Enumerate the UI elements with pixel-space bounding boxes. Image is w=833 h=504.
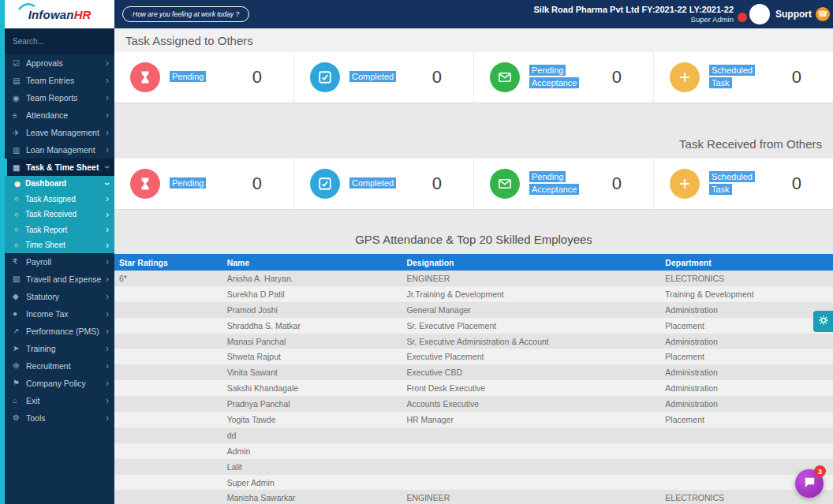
statutory-icon: ◆ — [13, 292, 26, 301]
submenu-item-task-received[interactable]: ○ Task Received › — [5, 207, 114, 222]
table-row[interactable]: Admin — [114, 443, 833, 459]
avatar[interactable] — [749, 4, 770, 24]
app-logo[interactable]: InfowanHR — [5, 0, 114, 28]
chevron-right-icon: › — [106, 361, 109, 371]
table-row[interactable]: Shraddha S. MatkarSr. Executive Placemen… — [114, 318, 833, 334]
stat-pending-acceptance[interactable]: Pending Acceptance 0 — [473, 52, 653, 103]
submenu-item-time-sheet[interactable]: ○ Time Sheet › — [5, 237, 114, 253]
stat-label: Scheduled Task — [709, 171, 766, 196]
sidebar-item-company-policy[interactable]: ⚑ Company Policy › — [5, 375, 114, 392]
sidebar-item-loan-management[interactable]: ▥ Loan Management › — [5, 141, 114, 159]
sidebar-item-label: Recruitment — [26, 361, 106, 371]
table-row[interactable]: Vinita SawantExecutive CBDAdministration — [114, 364, 833, 380]
table-cell — [114, 427, 222, 443]
stat-scheduled-task[interactable]: Scheduled Task 0 — [653, 159, 833, 209]
chevron-right-icon: › — [106, 274, 109, 284]
sidebar-item-statutory[interactable]: ◆ Statutory › — [5, 288, 114, 305]
table-cell: Manisha Sawarkar — [222, 490, 402, 504]
stat-completed[interactable]: Completed 0 — [293, 159, 473, 209]
approvals-icon: ☑ — [13, 59, 26, 68]
table-row[interactable]: Pradnya PanchalAccounts ExecutiveAdminis… — [114, 396, 833, 412]
submenu-item-dashboard[interactable]: ◉ Dashboard › — [5, 176, 114, 192]
chevron-right-icon: › — [106, 309, 109, 319]
stat-label: Scheduled Task — [709, 65, 766, 90]
sidebar-item-label: Approvals — [26, 58, 106, 68]
notification-dot[interactable] — [738, 13, 747, 22]
table-cell: Anisha A. Haryan. — [222, 271, 402, 286]
table-row[interactable]: Lalit — [114, 459, 833, 475]
sidebar-item-leave-management[interactable]: ✈ Leave Management › — [5, 124, 114, 141]
settings-fab[interactable] — [813, 311, 833, 332]
table-row[interactable]: Sakshi KhandagaleFront Desk ExecutiveAdm… — [114, 380, 833, 396]
table-row[interactable]: Pramod JoshiGeneral ManagerAdministratio… — [114, 302, 833, 318]
sidebar-item-recruitment[interactable]: ⊕ Recruitment › — [5, 357, 114, 375]
table-row[interactable]: Manasi PanchalSr. Executive Administrati… — [114, 334, 833, 349]
submenu-item-task-assigned[interactable]: ○ Task Assigned › — [5, 192, 114, 207]
table-cell: Pramod Joshi — [222, 302, 402, 318]
sidebar-item-tools[interactable]: ⚙ Tools › — [5, 409, 114, 427]
sidebar-item-label: Attendance — [26, 110, 106, 120]
stat-value: 0 — [792, 67, 825, 88]
chevron-right-icon: › — [106, 58, 109, 68]
table-cell — [114, 286, 222, 302]
sidebar-item-label: Team Entries — [26, 76, 106, 85]
sidebar-item-training[interactable]: ➤ Training › — [5, 340, 114, 357]
stat-label: Completed — [349, 71, 396, 84]
pending-hourglass-icon — [130, 62, 160, 92]
sidebar-item-label: Task & Time Sheet — [26, 162, 106, 172]
performance-icon: ↗ — [13, 327, 26, 335]
chevron-right-icon: › — [106, 413, 109, 423]
table-cell — [660, 443, 833, 459]
submenu-item-label: Task Received — [25, 210, 106, 218]
sidebar-item-travell-and-expense[interactable]: ▧ Travell and Expense › — [5, 271, 114, 288]
chevron-right-icon: › — [106, 241, 109, 250]
sidebar-item-exit[interactable]: ⌂ Exit › — [5, 392, 114, 409]
table-row[interactable]: Shweta RajputExecutive PlacementPlacemen… — [114, 349, 833, 364]
table-row[interactable]: Yogita TawdeHR ManagerPlacement — [114, 412, 833, 427]
table-cell: Placement — [660, 318, 833, 334]
table-row[interactable]: Super Admin — [114, 475, 833, 491]
scheduled-task-plus-icon — [670, 62, 700, 92]
stat-pending[interactable]: Pending 0 — [114, 159, 293, 209]
table-row[interactable]: dd — [114, 427, 833, 443]
sidebar-item-approvals[interactable]: ☑ Approvals › — [5, 54, 114, 72]
exit-icon: ⌂ — [13, 396, 26, 405]
sidebar-item-task-time-sheet[interactable]: ▦ Task & Time Sheet › — [5, 159, 114, 176]
stat-pending-acceptance[interactable]: Pending Acceptance 0 — [473, 159, 653, 209]
sidebar-item-income-tax[interactable]: ● Income Tax › — [5, 305, 114, 323]
sidebar-item-team-entries[interactable]: ▤ Team Entries › — [5, 72, 114, 89]
table-cell: Accounts Executive — [402, 396, 660, 412]
table-cell — [402, 443, 660, 459]
sidebar-item-payroll[interactable]: ₹ Payroll › — [5, 253, 114, 271]
table-row[interactable]: Manisha SawarkarENGINEERELECTRONICS — [114, 490, 833, 504]
submenu-item-task-report[interactable]: ○ Task Report › — [5, 222, 114, 238]
table-cell — [660, 427, 833, 443]
sidebar-item-team-reports[interactable]: ◉ Team Reports › — [5, 89, 114, 106]
support-button[interactable]: Support ☎ — [775, 7, 830, 21]
stat-value: 0 — [612, 67, 645, 88]
bullet-icon: ◉ — [14, 180, 25, 188]
sidebar-item-label: Travell and Expense — [26, 274, 106, 284]
task-submenu: ◉ Dashboard › ○ Task Assigned › ○ Task R… — [5, 176, 114, 253]
bullet-icon: ○ — [14, 226, 25, 233]
sidebar-item-label: Team Reports — [26, 93, 106, 103]
stat-scheduled-task[interactable]: Scheduled Task 0 — [653, 52, 833, 103]
sidebar-item-label: Training — [26, 344, 106, 353]
sidebar-item-label: Company Policy — [26, 379, 106, 388]
sidebar-item-performance-pms[interactable]: ↗ Performance (PMS) › — [5, 323, 114, 340]
sidebar-item-attendance[interactable]: ≡ Attendance › — [5, 106, 114, 124]
stat-pending[interactable]: Pending 0 — [114, 52, 293, 103]
table-cell: Pradnya Panchal — [222, 396, 402, 412]
table-cell — [114, 349, 222, 364]
stat-completed[interactable]: Completed 0 — [293, 52, 473, 103]
mood-check-button[interactable]: How are you feeling at work today ? — [122, 6, 249, 22]
company-policy-icon: ⚑ — [13, 379, 26, 387]
table-cell — [114, 475, 222, 491]
search-input[interactable] — [5, 28, 114, 54]
recruitment-icon: ⊕ — [13, 361, 26, 370]
table-row[interactable]: Surekha D.PatilJr.Training & Development… — [114, 286, 833, 302]
stat-value: 0 — [612, 174, 645, 194]
table-cell: Administration — [660, 364, 833, 380]
table-row[interactable]: 6*Anisha A. Haryan.ENGINEERELECTRONICS — [114, 271, 833, 286]
chat-fab[interactable]: 3 — [795, 469, 824, 498]
